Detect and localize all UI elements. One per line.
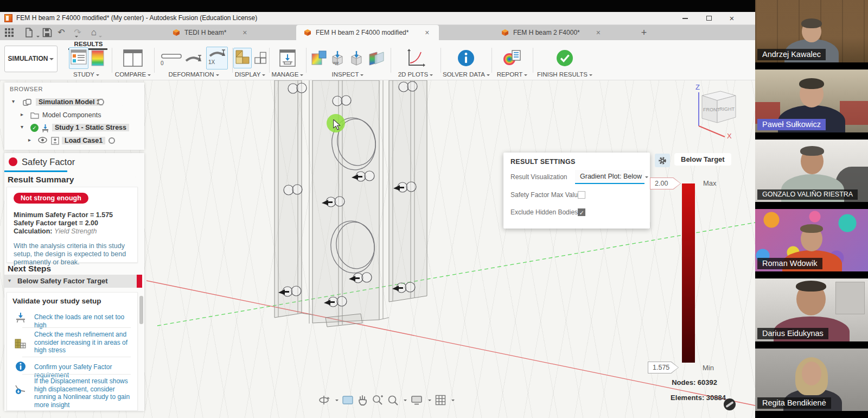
new-tab-icon[interactable]: + <box>639 28 649 37</box>
tree-item-load-case[interactable]: ▸ Load Case1 <box>4 135 144 147</box>
finish-results-icon[interactable] <box>556 49 573 67</box>
orbit-caret[interactable] <box>335 400 339 403</box>
file-menu-caret[interactable] <box>36 36 40 39</box>
tab-close-icon[interactable]: × <box>240 28 249 37</box>
legend-min-input[interactable]: 1.575 <box>648 362 679 373</box>
tree-item-simulation-model[interactable]: ▾ Simulation Model 1 <box>4 97 144 109</box>
tab-close-icon[interactable]: × <box>423 28 431 37</box>
toolbar-group-2d-plots[interactable]: 2D PLOTS <box>394 47 437 78</box>
max-value-checkbox[interactable] <box>578 191 585 199</box>
expand-icon[interactable]: ▾ <box>21 124 23 130</box>
legend-max-input[interactable]: 2.00 <box>650 178 681 189</box>
fit-icon[interactable] <box>387 395 398 406</box>
view-cube[interactable]: Z X FRONT RIGHT <box>681 81 741 141</box>
display-label: DISPLAY <box>235 71 261 78</box>
zoom-icon[interactable] <box>372 395 384 406</box>
participant-tile[interactable]: Paweł Sułkowicz <box>755 69 868 140</box>
redo-icon[interactable]: ↷ <box>73 28 82 37</box>
grid-settings-caret[interactable] <box>451 400 455 403</box>
expand-icon[interactable]: ▸ <box>28 137 31 143</box>
navigation-bar <box>318 393 455 407</box>
fusion-doc-icon <box>173 29 180 36</box>
exclude-hidden-checkbox[interactable]: ✓ <box>578 208 585 216</box>
toolbar-group-finish-results[interactable]: FINISH RESULTS <box>535 47 595 78</box>
legend-color-bar[interactable] <box>682 183 695 363</box>
toolbar-group-inspect[interactable]: xyz INSPECT <box>308 47 387 78</box>
toolbar-group-study[interactable]: STUDY <box>63 47 110 78</box>
close-button[interactable]: × <box>723 12 741 25</box>
participant-tile[interactable]: Regita Bendikienė <box>755 349 868 418</box>
activate-radio[interactable] <box>108 137 115 144</box>
visibility-eye-icon[interactable] <box>38 137 47 143</box>
inspect-probe-icon[interactable] <box>348 50 365 66</box>
tab-fem-h-beam-modified[interactable]: FEM H beam 2 F4000 modified* × <box>296 25 439 40</box>
expand-icon[interactable]: ▸ <box>21 111 23 117</box>
workspace-selector[interactable]: SIMULATION <box>4 46 58 72</box>
tab-close-icon[interactable]: × <box>594 28 603 37</box>
tree-item-study-static-stress[interactable]: ▾ ✓ Study 1 - Static Stress <box>4 122 144 134</box>
toolbar-group-deformation[interactable]: 0 1X DEFORMATION <box>156 47 231 78</box>
orbit-icon[interactable] <box>318 395 330 406</box>
step-link[interactable]: Confirm your Safety Factor requirement <box>34 363 135 379</box>
legend-settings-button[interactable] <box>655 154 670 167</box>
maximize-button[interactable] <box>700 12 718 25</box>
display-mesh-icon[interactable] <box>233 48 252 68</box>
participant-tile[interactable]: GONZALO VALIÑO RIESTRA <box>755 140 868 209</box>
file-menu-icon[interactable] <box>24 28 34 37</box>
step-link[interactable]: If the Displacement result shows high di… <box>34 377 135 409</box>
display-visibility-icon[interactable] <box>254 51 267 65</box>
fit-caret[interactable] <box>404 400 407 403</box>
inspect-result-icon[interactable] <box>311 50 327 66</box>
2d-plots-icon[interactable] <box>406 49 425 67</box>
solved-check-icon: ✓ <box>30 124 39 132</box>
toolbar-group-report[interactable]: REPORT <box>494 47 531 78</box>
tree-item-model-components[interactable]: ▸ Model Components <box>4 110 144 122</box>
report-icon[interactable] <box>503 49 521 67</box>
save-icon[interactable] <box>42 28 52 37</box>
look-at-icon[interactable] <box>342 395 353 405</box>
below-target-group-header[interactable]: ▾ Below Safety Factor Target <box>4 275 140 288</box>
manage-icon[interactable] <box>278 49 297 67</box>
toolbar-group-compare[interactable]: COMPARE <box>114 47 152 78</box>
expand-icon[interactable]: ▾ <box>12 98 15 104</box>
deformation-actual-icon[interactable] <box>185 50 203 66</box>
inspect-point-xyz-icon[interactable]: xyz <box>329 50 346 66</box>
step-link[interactable]: Check the loads are not set too high <box>34 313 135 329</box>
app-launcher-icon[interactable] <box>4 28 14 37</box>
compare-label: COMPARE <box>115 71 146 78</box>
participant-tile[interactable]: Andrzej Kawalec <box>755 0 868 69</box>
solver-data-icon[interactable] <box>457 49 475 67</box>
activate-radio[interactable] <box>98 99 104 105</box>
legend-min-label: Min <box>703 364 714 372</box>
participant-tile[interactable]: Roman Wdowik <box>755 209 868 278</box>
undo-icon[interactable]: ↶ <box>56 28 66 37</box>
grid-settings-icon[interactable] <box>435 395 446 406</box>
svg-text:0: 0 <box>161 60 164 66</box>
home-icon[interactable]: ⌂ <box>89 28 99 37</box>
display-settings-icon[interactable] <box>411 395 423 405</box>
toolbar-group-display[interactable]: DISPLAY <box>233 47 267 78</box>
x-axis-label: X <box>727 132 732 140</box>
panel-scrollbar-thumb[interactable] <box>139 296 143 324</box>
toolbar-group-manage[interactable]: MANAGE <box>271 47 304 78</box>
minimize-button[interactable] <box>676 12 694 25</box>
below-target-severity-bar <box>137 275 142 288</box>
group-label: Below Safety Factor Target <box>17 277 108 285</box>
display-settings-caret[interactable] <box>428 400 431 403</box>
toolbar-group-solver-data[interactable]: SOLVER DATA <box>443 47 489 78</box>
tab-tedi-h-beam[interactable]: TEDI H beam* × <box>173 25 249 40</box>
study-report-icon[interactable] <box>69 47 88 69</box>
deformation-undeformed-icon[interactable]: 0 <box>159 50 182 66</box>
pan-hand-icon[interactable] <box>357 395 368 406</box>
inspect-slice-icon[interactable] <box>367 50 385 66</box>
study-legend-icon[interactable] <box>91 50 104 66</box>
tree-item-label: Study 1 - Static Stress <box>52 124 129 131</box>
visualization-dropdown[interactable]: Gradient Plot: Below <box>575 170 644 184</box>
deformation-scale-icon[interactable]: 1X <box>206 47 228 69</box>
redo-caret[interactable] <box>99 36 102 39</box>
compare-icon[interactable] <box>123 49 143 67</box>
collapse-icon[interactable]: ▾ <box>8 277 11 283</box>
step-link[interactable]: Check the mesh refinement and consider i… <box>34 331 135 354</box>
participant-tile[interactable]: Darius Eidukynas <box>755 278 868 349</box>
tab-fem-h-beam[interactable]: FEM H beam 2 F4000* × <box>501 25 603 40</box>
